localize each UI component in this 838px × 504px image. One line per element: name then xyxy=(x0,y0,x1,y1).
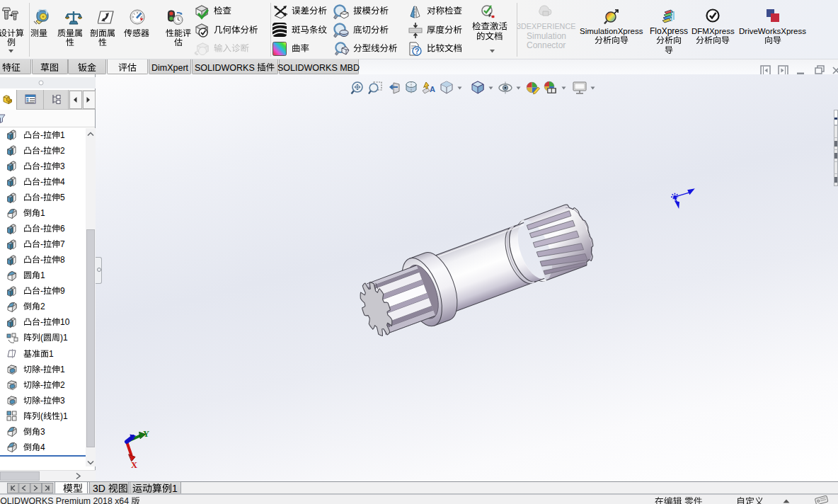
svg-text:3DEXPERIENCE: 3DEXPERIENCE xyxy=(517,22,575,30)
svg-text:2: 2 xyxy=(60,380,65,390)
svg-text:1: 1 xyxy=(49,349,54,359)
svg-text:(: ( xyxy=(40,333,43,343)
svg-text:Z: Z xyxy=(130,433,134,441)
svg-text:1: 1 xyxy=(172,483,178,494)
svg-text:2: 2 xyxy=(40,302,45,311)
svg-text:4: 4 xyxy=(40,442,45,452)
svg-text:9: 9 xyxy=(60,286,65,296)
svg-text:-: - xyxy=(40,239,43,249)
svg-text:1: 1 xyxy=(40,208,45,218)
svg-text:FloXpress: FloXpress xyxy=(650,26,688,36)
svg-text:7: 7 xyxy=(60,239,65,249)
svg-text:2: 2 xyxy=(60,146,65,156)
svg-text:3: 3 xyxy=(40,427,45,437)
svg-text:-: - xyxy=(40,130,43,140)
svg-text:5: 5 xyxy=(60,193,65,202)
svg-text:8: 8 xyxy=(60,255,65,265)
svg-text:DFMXpress: DFMXpress xyxy=(691,27,735,35)
svg-text:-: - xyxy=(40,365,43,374)
svg-text:10: 10 xyxy=(60,317,70,327)
svg-text:-: - xyxy=(40,396,43,406)
svg-text:3D: 3D xyxy=(93,483,105,494)
svg-text:-: - xyxy=(40,317,43,327)
svg-text:(: ( xyxy=(40,411,43,421)
svg-text:3: 3 xyxy=(60,161,65,171)
svg-text:-: - xyxy=(40,146,43,156)
svg-text:X: X xyxy=(131,460,137,470)
svg-text:1: 1 xyxy=(40,270,45,280)
svg-text:-: - xyxy=(40,380,43,390)
svg-text:4: 4 xyxy=(60,177,65,187)
svg-text:)1: )1 xyxy=(60,411,68,421)
svg-text:?: ? xyxy=(415,47,420,55)
svg-text:SOLIDWORKS: SOLIDWORKS xyxy=(195,62,255,72)
svg-text:3: 3 xyxy=(60,396,65,406)
svg-text:)1: )1 xyxy=(60,333,68,343)
svg-text:-: - xyxy=(40,224,43,234)
svg-text:SOLIDWORKS Premium 2018 x64: SOLIDWORKS Premium 2018 x64 xyxy=(0,496,129,504)
svg-text:Connector: Connector xyxy=(527,40,566,50)
svg-text:DimXpert: DimXpert xyxy=(151,62,189,72)
svg-text:Simulation: Simulation xyxy=(527,31,566,41)
svg-text:1: 1 xyxy=(60,130,65,140)
svg-text:SimulationXpress: SimulationXpress xyxy=(580,27,643,35)
svg-text:-: - xyxy=(40,286,43,296)
svg-text:DriveWorksXpress: DriveWorksXpress xyxy=(739,27,806,35)
svg-text:-: - xyxy=(40,193,43,202)
svg-text:Y: Y xyxy=(143,429,149,439)
svg-text:-: - xyxy=(40,161,43,171)
svg-text:SOLIDWORKS MBD: SOLIDWORKS MBD xyxy=(277,62,360,72)
svg-text:-: - xyxy=(40,255,43,265)
svg-text:1: 1 xyxy=(60,365,65,374)
svg-text:-: - xyxy=(40,177,43,187)
svg-text:6: 6 xyxy=(60,224,65,234)
